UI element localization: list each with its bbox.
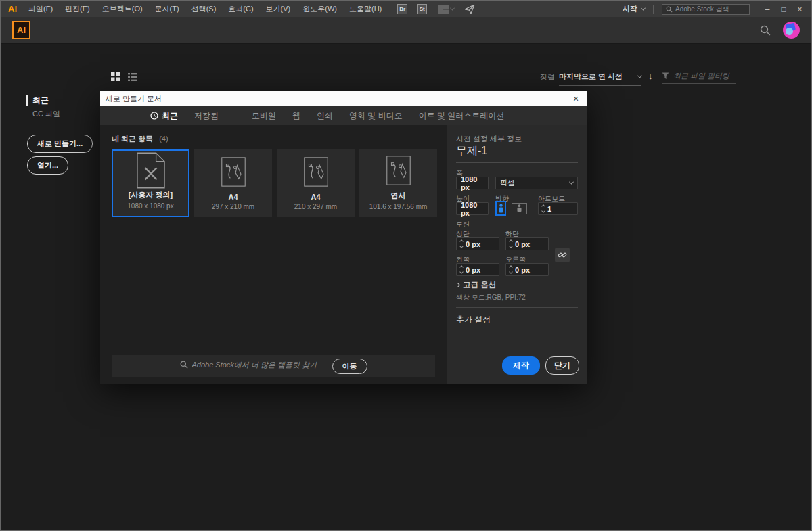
template-artwork-icon [304,150,328,193]
user-avatar[interactable] [783,22,800,39]
stock-template-search[interactable] [180,361,325,371]
template-card-a4-landscape[interactable]: A4 297 x 210 mm [194,149,272,217]
tab-film-video[interactable]: 영화 및 비디오 [349,110,403,122]
template-card-custom[interactable]: [사용자 정의] 1080 x 1080 px [112,149,189,217]
document-name-input[interactable]: 무제-1 [456,144,487,158]
tab-label: 아트 및 일러스트레이션 [419,110,505,122]
preset-details-panel: 사전 설정 세부 정보 무제-1 폭 1080 px 픽셀 높이 1080 px… [447,125,587,384]
tab-saved[interactable]: 저장됨 [194,110,219,122]
grid-view-icon[interactable] [111,72,120,81]
search-icon [180,361,188,369]
stock-template-bar: 이동 [112,355,435,377]
menu-object[interactable]: 오브젝트(O) [96,1,149,17]
tab-label: 영화 및 비디오 [349,110,403,122]
sidebar-item-recent[interactable]: 최근 [26,95,49,106]
tab-print[interactable]: 인쇄 [317,110,333,122]
filter-control[interactable] [662,72,736,84]
template-title: A4 [228,193,238,201]
open-button[interactable]: 열기... [27,156,68,175]
list-view-icon[interactable] [128,73,137,81]
bleed-right-value: 0 px [515,266,530,274]
advanced-options-toggle[interactable]: 고급 옵션 [456,280,496,290]
sort-direction-icon[interactable]: ↓ [648,71,653,81]
menu-type[interactable]: 문자(T) [149,1,185,17]
go-button[interactable]: 이동 [332,359,367,374]
divider [456,307,578,308]
close-button[interactable]: × [792,1,808,17]
maximize-button[interactable]: □ [775,1,792,17]
dialog-close-button[interactable]: × [570,93,582,104]
chevron-down-icon [450,6,455,11]
width-input[interactable]: 1080 px [456,177,489,189]
template-artwork-icon [386,150,411,191]
stock-template-input[interactable] [192,361,325,369]
create-button[interactable]: 제작 [502,356,540,375]
sidebar-item-cc-files[interactable]: CC 파일 [32,109,60,119]
bleed-top-stepper[interactable]: 0 px [456,237,499,250]
recent-items-label: 내 최근 항목 [112,135,153,143]
share-icon[interactable] [465,5,475,14]
menu-select[interactable]: 선택(S) [185,1,223,17]
dialog-tabs: 최근 저장됨 모바일 웹 인쇄 영화 및 비디오 아트 및 일러스트레이션 [100,106,587,125]
close-dialog-button[interactable]: 닫기 [545,356,579,375]
window-controls: – □ × [759,1,808,17]
menu-view[interactable]: 보기(V) [260,1,297,17]
new-document-button[interactable]: 새로 만들기... [27,135,93,153]
dialog-actions: 제작 닫기 [502,356,579,375]
chevron-down-icon [569,180,574,185]
bleed-bottom-value: 0 px [515,240,530,248]
template-size: 1080 x 1080 px [127,202,173,210]
start-dropdown[interactable]: 시작 [623,4,645,14]
sort-label: 정렬 [540,72,555,83]
search-icon[interactable] [760,25,771,36]
template-card-a4-portrait[interactable]: A4 210 x 297 mm [277,149,355,217]
menu-help[interactable]: 도움말(H) [343,1,388,17]
stock-icon[interactable]: St [417,4,427,14]
orientation-landscape-button[interactable] [512,203,527,214]
bridge-icon[interactable]: Br [397,4,407,14]
template-size: 297 x 210 mm [212,203,254,210]
unit-value: 픽셀 [500,178,515,188]
bleed-left-stepper[interactable]: 0 px [456,263,499,276]
orientation-portrait-button[interactable] [495,201,506,216]
sort-dropdown[interactable]: 마지막으로 연 시점 [559,72,641,86]
tab-recent[interactable]: 최근 [150,110,178,122]
bleed-link-button[interactable] [555,248,570,262]
height-input[interactable]: 1080 px [456,202,489,215]
app-bar: Ai [1,17,811,44]
stepper-arrows-icon[interactable] [457,266,466,273]
stepper-arrows-icon[interactable] [457,240,466,248]
minimize-button[interactable]: – [759,1,775,17]
stock-search-box[interactable] [662,4,750,15]
dialog-recent-area: 내 최근 항목 (4) [사용자 정의] 1080 x 1080 px [100,125,447,384]
stepper-arrows-icon[interactable] [506,240,515,248]
bleed-right-stepper[interactable]: 0 px [505,263,549,276]
template-title: [사용자 정의] [129,190,173,200]
menu-window[interactable]: 윈도우(W) [296,1,343,17]
more-settings-link[interactable]: 추가 설정 [456,314,491,325]
menu-file[interactable]: 파일(F) [22,1,59,17]
bleed-left-value: 0 px [466,266,480,274]
recent-items-header: 내 최근 항목 (4) [112,134,168,144]
portrait-person-icon [498,204,504,213]
unit-select[interactable]: 픽셀 [495,177,578,189]
orientation-group [495,201,527,216]
artboards-stepper[interactable]: 1 [538,202,578,215]
start-label: 시작 [623,4,637,14]
panel-header: 사전 설정 세부 정보 [456,134,522,144]
chevron-down-icon [637,74,642,78]
tab-web[interactable]: 웹 [292,110,300,122]
filter-input[interactable] [673,72,736,80]
stepper-arrows-icon[interactable] [539,205,547,212]
tab-art-illustration[interactable]: 아트 및 일러스트레이션 [419,110,505,122]
tab-mobile[interactable]: 모바일 [252,110,276,122]
bleed-bottom-stepper[interactable]: 0 px [505,237,549,250]
stepper-arrows-icon[interactable] [506,266,515,273]
template-artwork-icon [221,150,246,193]
workspace-switcher-icon[interactable] [438,5,454,14]
menu-edit[interactable]: 편집(E) [59,1,96,17]
advanced-options-label: 고급 옵션 [463,280,496,290]
stock-search-input[interactable] [675,5,746,13]
template-card-postcard[interactable]: 엽서 101.6 x 197.56 mm [359,149,437,217]
menu-effect[interactable]: 효과(C) [222,1,259,17]
